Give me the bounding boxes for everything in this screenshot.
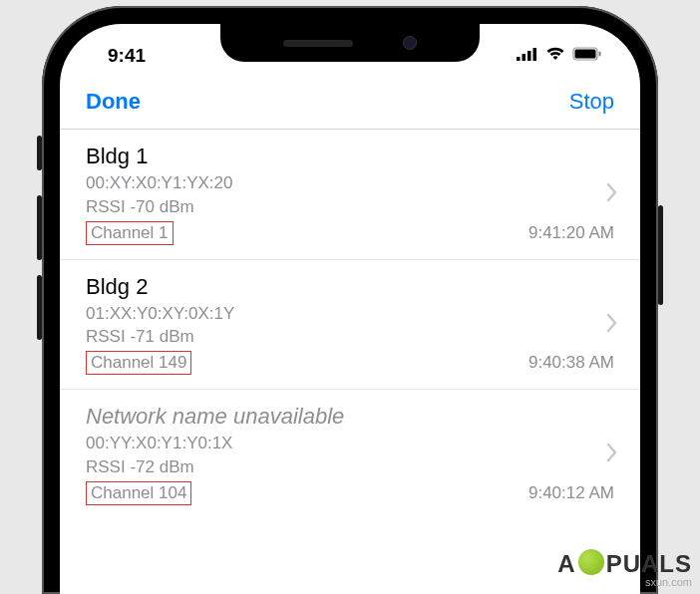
network-list: Bldg 1 00:XY:X0:Y1:YX:20 RSSI -70 dBm Ch… (60, 130, 640, 519)
network-time: 9:40:38 AM (528, 353, 614, 373)
done-button[interactable]: Done (86, 89, 141, 115)
network-rssi: RSSI -70 dBm (86, 195, 614, 219)
chevron-right-icon (606, 443, 618, 466)
network-name-unavailable: Network name unavailable (86, 404, 614, 430)
network-row[interactable]: Network name unavailable 00:YY:X0:Y1:Y0:… (60, 390, 640, 519)
network-channel: Channel 149 (86, 351, 191, 375)
network-name: Bldg 1 (86, 144, 614, 169)
status-time: 9:41 (108, 45, 146, 67)
network-row[interactable]: Bldg 1 00:XY:X0:Y1:YX:20 RSSI -70 dBm Ch… (60, 130, 640, 260)
svg-rect-6 (599, 52, 601, 57)
network-bssid: 01:XX:Y0:XY:0X:1Y (86, 302, 614, 326)
side-button-power (658, 205, 663, 305)
svg-rect-2 (527, 51, 531, 61)
network-name: Bldg 2 (86, 274, 614, 300)
network-channel: Channel 104 (86, 481, 191, 505)
speaker-grille (283, 40, 353, 47)
nav-bar: Done Stop (60, 74, 640, 130)
network-bssid: 00:XY:X0:Y1:YX:20 (86, 171, 614, 195)
wifi-icon (545, 47, 565, 65)
side-button-volume-down (37, 275, 42, 340)
stop-button[interactable]: Stop (569, 89, 614, 115)
watermark-text-pre: A (557, 550, 575, 578)
network-bssid: 00:YY:X0:Y1:Y0:1X (86, 432, 614, 455)
network-rssi: RSSI -72 dBm (86, 455, 614, 479)
watermark-dot-icon (578, 549, 604, 575)
cellular-icon (517, 47, 538, 65)
network-time: 9:41:20 AM (528, 223, 614, 243)
watermark: A PUALS sxun.com (557, 550, 692, 588)
side-button-volume-up (37, 195, 42, 260)
screen: 9:41 Done Stop Bldg 1 00:XY:X0:Y1:YX:20 (60, 24, 640, 594)
svg-rect-3 (533, 48, 537, 61)
chevron-right-icon (606, 313, 618, 337)
chevron-right-icon (606, 182, 618, 206)
network-time: 9:40:12 AM (528, 483, 614, 503)
side-button-silent (37, 136, 42, 170)
svg-rect-1 (523, 54, 526, 61)
svg-rect-0 (517, 57, 521, 61)
status-indicators (517, 47, 602, 65)
svg-rect-5 (575, 50, 596, 59)
watermark-logo: A PUALS (557, 550, 692, 578)
phone-frame: 9:41 Done Stop Bldg 1 00:XY:X0:Y1:YX:20 (42, 6, 658, 594)
watermark-subtext: sxun.com (645, 576, 692, 588)
battery-icon (572, 47, 602, 65)
watermark-text-post: PUALS (606, 550, 692, 578)
network-row[interactable]: Bldg 2 01:XX:Y0:XY:0X:1Y RSSI -71 dBm Ch… (60, 260, 640, 391)
front-camera (403, 36, 417, 50)
network-rssi: RSSI -71 dBm (86, 325, 614, 349)
notch (220, 24, 480, 62)
network-channel: Channel 1 (86, 221, 174, 245)
